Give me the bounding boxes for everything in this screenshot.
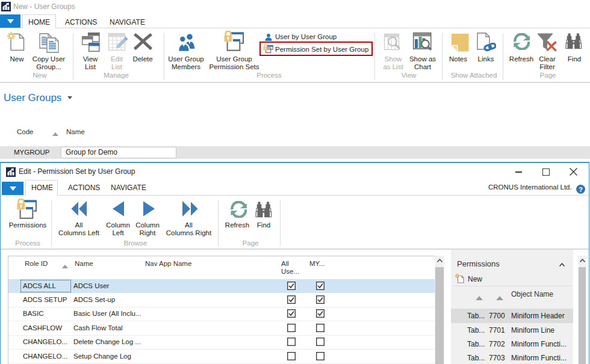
svg-text:?: ? [579,186,583,193]
